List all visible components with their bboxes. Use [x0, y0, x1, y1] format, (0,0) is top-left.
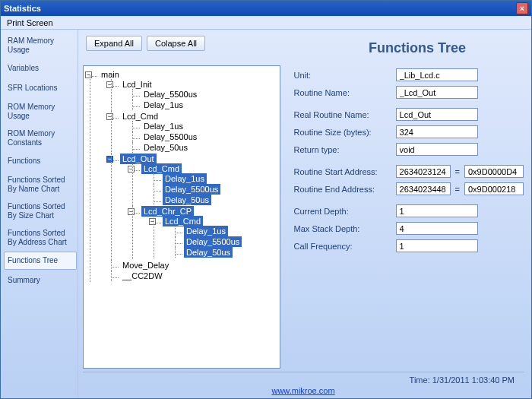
titlebar: Statistics × [1, 1, 531, 16]
close-button[interactable]: × [516, 2, 528, 14]
end-addr-dec-field[interactable] [396, 182, 451, 195]
sidebar-item-functions-tree[interactable]: Functions Tree [4, 252, 77, 270]
expand-all-button[interactable]: Expand All [86, 36, 142, 51]
tree-node-lcd-chr-cp[interactable]: −Lcd_Chr_CP −Lcd_Cmd Delay_1us Delay_550… [131, 206, 277, 259]
tree-node-main[interactable]: −main −Lcd_Init Delay_5500us Delay_1us −… [88, 69, 277, 282]
menubar: Print Screen [1, 16, 531, 30]
tree-node-lcd-cmd[interactable]: −Lcd_Cmd Delay_1us Delay_5500us Delay_50… [152, 216, 277, 258]
routine-name-field[interactable] [396, 86, 478, 99]
sidebar-item-rom-usage[interactable]: ROM Memory Usage [4, 99, 77, 124]
sidebar-item-functions[interactable]: Functions [4, 152, 77, 170]
tree-leaf[interactable]: Delay_5500us [173, 236, 277, 247]
tree-leaf[interactable]: Delay_1us [173, 226, 277, 236]
sidebar-item-sfr[interactable]: SFR Locations [4, 79, 77, 97]
tree-pane[interactable]: −main −Lcd_Init Delay_5500us Delay_1us −… [83, 65, 280, 369]
time-label: Time: 1/31/2011 1:03:40 PM [410, 375, 519, 385]
unit-label: Unit: [294, 71, 391, 80]
end-addr-label: Routine End Address: [294, 185, 391, 194]
equals-icon: = [455, 185, 460, 194]
unit-field[interactable] [396, 68, 478, 81]
tree-leaf[interactable]: __CC2DW [109, 271, 277, 281]
toolbar: Expand All Colapse All [86, 36, 311, 51]
return-field[interactable] [396, 143, 478, 156]
routine-name-label: Routine Name: [294, 88, 391, 97]
tree-leaf[interactable]: Delay_1us [152, 173, 277, 184]
minus-icon[interactable]: − [85, 71, 92, 78]
minus-icon[interactable]: − [106, 156, 113, 163]
max-depth-field[interactable] [396, 222, 478, 235]
tree-node-lcd-cmd[interactable]: −Lcd_Cmd Delay_1us Delay_5500us Delay_50… [131, 163, 277, 206]
tree-node-lcd-init[interactable]: −Lcd_Init Delay_5500us Delay_1us [109, 79, 277, 111]
footer: Time: 1/31/2011 1:03:40 PM www.mikroe.co… [83, 372, 524, 397]
window-title: Statistics [4, 4, 41, 13]
tree-leaf[interactable]: Delay_5500us [131, 131, 277, 142]
main-area: Expand All Colapse All Functions Tree −m… [78, 30, 531, 398]
client-area: RAM Memory Usage Variables SFR Locations… [1, 30, 531, 398]
return-label: Return type: [294, 145, 391, 154]
minus-icon[interactable]: − [149, 218, 156, 225]
size-label: Routine Size (bytes): [294, 128, 391, 137]
tree-node-lcd-out[interactable]: −Lcd_Out −Lcd_Cmd Delay_1us Delay_5500us… [109, 154, 277, 260]
sidebar-item-fs-address[interactable]: Functions Sorted By Address Chart [4, 225, 77, 250]
minus-icon[interactable]: − [106, 113, 113, 120]
start-addr-dec-field[interactable] [396, 165, 451, 178]
menu-print-screen[interactable]: Print Screen [1, 17, 59, 29]
tree-leaf[interactable]: Delay_1us [131, 100, 277, 110]
current-depth-label: Current Depth: [294, 207, 391, 216]
tree-leaf[interactable]: Delay_5500us [152, 184, 277, 195]
sidebar-item-variables[interactable]: Variables [4, 59, 77, 78]
current-depth-field[interactable] [396, 204, 478, 217]
tree-leaf[interactable]: Delay_50us [131, 142, 277, 153]
call-freq-field[interactable] [396, 239, 478, 252]
content-row: −main −Lcd_Init Delay_5500us Delay_1us −… [83, 65, 524, 369]
sidebar-item-fs-name[interactable]: Functions Sorted By Name Chart [4, 172, 77, 197]
minus-icon[interactable]: − [128, 208, 135, 215]
max-depth-label: Max Stack Depth: [294, 224, 391, 233]
size-field[interactable] [396, 125, 478, 138]
tree-node-lcd-cmd[interactable]: −Lcd_Cmd Delay_1us Delay_5500us Delay_50… [109, 111, 277, 154]
sidebar-item-fs-size[interactable]: Functions Sorted By Size Chart [4, 198, 77, 223]
tree-leaf[interactable]: Delay_1us [131, 121, 277, 131]
tree-leaf[interactable]: Delay_50us [173, 247, 277, 258]
equals-icon: = [455, 167, 460, 176]
tree-leaf[interactable]: Delay_5500us [131, 89, 277, 100]
real-routine-field[interactable] [396, 108, 478, 121]
sidebar: RAM Memory Usage Variables SFR Locations… [1, 30, 78, 398]
properties-panel: Unit: Routine Name: Real Routine Name: R… [294, 65, 524, 369]
sidebar-item-summary[interactable]: Summary [4, 271, 77, 290]
end-addr-hex-field[interactable] [464, 182, 524, 195]
collapse-all-button[interactable]: Colapse All [147, 36, 205, 51]
sidebar-item-ram[interactable]: RAM Memory Usage [4, 33, 77, 58]
minus-icon[interactable]: − [128, 166, 135, 173]
sidebar-item-rom-constants[interactable]: ROM Memory Constants [4, 125, 77, 150]
start-addr-hex-field[interactable] [464, 165, 524, 178]
start-addr-label: Routine Start Address: [294, 167, 391, 176]
tree-leaf[interactable]: Move_Delay [109, 260, 277, 271]
real-routine-label: Real Routine Name: [294, 110, 391, 119]
tree-leaf[interactable]: Delay_50us [152, 195, 277, 205]
minus-icon[interactable]: − [106, 81, 113, 88]
window: Statistics × Print Screen RAM Memory Usa… [0, 0, 532, 399]
page-title: Functions Tree [311, 40, 524, 56]
mikroe-link[interactable]: www.mikroe.com [271, 386, 334, 395]
call-freq-label: Call Frequency: [294, 242, 391, 251]
